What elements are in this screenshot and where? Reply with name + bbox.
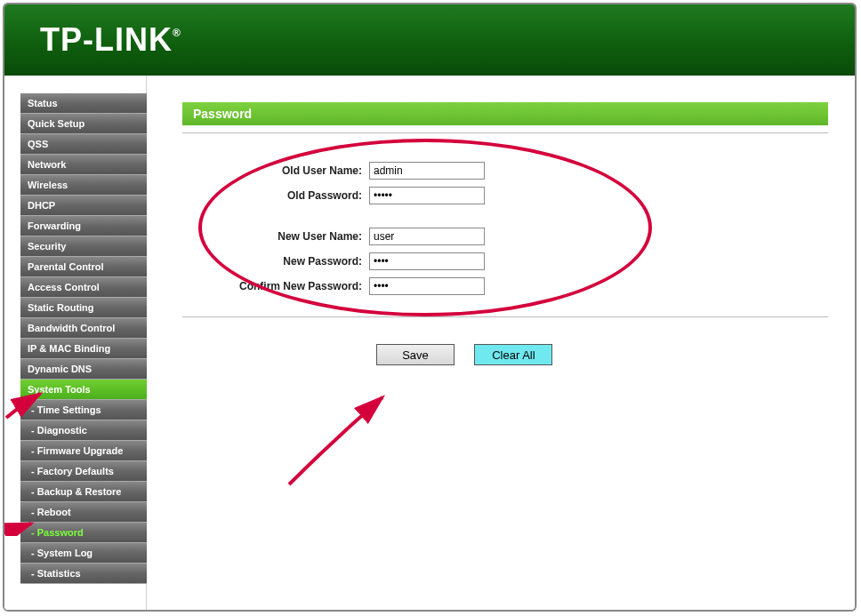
input-confirm-password[interactable] [369,277,485,295]
nav-item-forwarding[interactable]: Forwarding [20,216,147,236]
nav-item-system-tools[interactable]: System Tools [20,380,147,400]
main-content: Password Old User Name: Old Password: Ne… [147,76,855,610]
header-bar: TP-LINK® [4,4,855,76]
page-title: Password [182,102,828,125]
label-new-password: New Password: [182,255,369,268]
label-confirm-password: Confirm New Password: [182,280,369,292]
nav-item-password[interactable]: - Password [20,523,147,543]
registered-mark: ® [173,27,181,39]
nav-item-firmware-upgrade[interactable]: - Firmware Upgrade [20,441,147,461]
nav-item-status[interactable]: Status [20,93,147,114]
nav-item-quick-setup[interactable]: Quick Setup [20,114,147,134]
divider [182,132,828,133]
nav-item-security[interactable]: Security [20,236,147,257]
label-old-password: Old Password: [182,189,369,202]
input-new-password[interactable] [369,252,485,270]
nav-item-dynamic-dns[interactable]: Dynamic DNS [20,359,147,380]
nav-item-ip-mac-binding[interactable]: IP & MAC Binding [20,339,147,359]
brand-logo: TP-LINK® [40,21,181,59]
nav-item-reboot[interactable]: - Reboot [20,502,147,523]
nav-item-system-log[interactable]: - System Log [20,543,147,564]
sidebar: StatusQuick SetupQSSNetworkWirelessDHCPF… [4,76,147,610]
input-new-username[interactable] [369,228,485,245]
save-button[interactable]: Save [376,344,455,365]
label-old-username: Old User Name: [182,164,369,177]
nav-item-backup-restore[interactable]: - Backup & Restore [20,482,147,502]
nav-item-wireless[interactable]: Wireless [20,175,147,196]
nav-item-qss[interactable]: QSS [20,134,147,155]
clear-all-button[interactable]: Clear All [474,344,552,365]
label-new-username: New User Name: [182,230,369,243]
nav-item-dhcp[interactable]: DHCP [20,196,147,216]
nav-item-parental-control[interactable]: Parental Control [20,257,147,277]
nav-item-diagnostic[interactable]: - Diagnostic [20,420,147,441]
divider-bottom [182,316,828,317]
nav-item-bandwidth-control[interactable]: Bandwidth Control [20,318,147,339]
nav-item-factory-defaults[interactable]: - Factory Defaults [20,461,147,482]
input-old-password[interactable] [369,187,485,204]
nav-item-statistics[interactable]: - Statistics [20,564,147,584]
nav-item-network[interactable]: Network [20,155,147,175]
nav-item-access-control[interactable]: Access Control [20,277,147,298]
input-old-username[interactable] [369,162,485,180]
password-form: Old User Name: Old Password: New User Na… [182,160,828,365]
brand-text: TP-LINK [40,21,173,58]
nav-item-time-settings[interactable]: - Time Settings [20,400,147,420]
nav-item-static-routing[interactable]: Static Routing [20,298,147,318]
annotation-arrow-save [280,387,405,493]
